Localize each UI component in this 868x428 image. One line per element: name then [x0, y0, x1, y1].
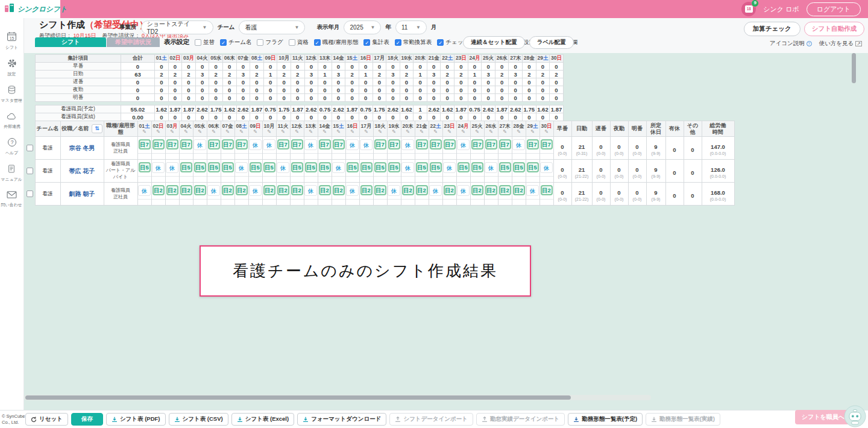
- save-button[interactable]: 保存: [71, 413, 103, 426]
- tab-request-status[interactable]: 希望申請状況: [107, 37, 160, 47]
- shift-cell[interactable]: 日5: [415, 160, 429, 183]
- checked-checkbox-icon[interactable]: ✓: [395, 39, 401, 46]
- staff-name-link[interactable]: 宗谷 冬男: [60, 137, 104, 160]
- shift-cell[interactable]: 日5: [373, 160, 387, 183]
- shift-cell[interactable]: 日5: [193, 160, 207, 183]
- chatbot-avatar[interactable]: [844, 405, 866, 427]
- shift-cell[interactable]: 日7: [332, 137, 345, 160]
- shift-cell[interactable]: 日7: [207, 137, 221, 160]
- shift-cell[interactable]: 日7: [429, 137, 442, 160]
- reset-button[interactable]: リセット: [25, 413, 68, 426]
- edit-pencil-icon[interactable]: ✎: [457, 129, 470, 134]
- edit-pencil-icon[interactable]: ✎: [485, 129, 498, 134]
- horizontal-scrollbar-track[interactable]: [24, 395, 651, 400]
- shift-cell[interactable]: 日7: [526, 137, 539, 160]
- shift-cell[interactable]: 休: [276, 160, 290, 183]
- shift-cell[interactable]: 日7: [539, 137, 553, 160]
- sidebar-item-shift[interactable]: 15シフト: [5, 31, 19, 51]
- auto-create-shift-button[interactable]: シフト自動作成: [804, 22, 864, 36]
- shift-cell[interactable]: 休: [359, 137, 373, 160]
- shift-cell[interactable]: 休: [262, 137, 276, 160]
- shift-cell[interactable]: 日5: [359, 160, 373, 183]
- shift-cell[interactable]: 日5: [456, 160, 470, 183]
- row-checkbox[interactable]: [27, 145, 33, 151]
- display-option-資格[interactable]: 資格: [289, 39, 309, 46]
- shift-cell[interactable]: 日2: [442, 183, 456, 206]
- shift-csv-button[interactable]: シフト表 (CSV): [169, 413, 228, 426]
- shift-import-button[interactable]: シフトデータインポート: [389, 413, 473, 426]
- shift-cell[interactable]: 日7: [221, 137, 234, 160]
- shift-cell[interactable]: 日7: [165, 137, 179, 160]
- display-option-常勤換算表[interactable]: ✓常勤換算表: [395, 39, 432, 46]
- shift-cell[interactable]: 日7: [318, 137, 332, 160]
- horizontal-scrollbar-thumb[interactable]: [25, 395, 571, 400]
- shift-cell[interactable]: 休: [304, 137, 318, 160]
- shift-excel-button[interactable]: シフト表 (Excel): [231, 413, 294, 426]
- shift-cell[interactable]: 休: [345, 183, 359, 206]
- workstyle-list-actual-button[interactable]: 勤務形態一覧表(実績): [646, 413, 720, 426]
- edit-pencil-icon[interactable]: ✎: [471, 129, 484, 134]
- sort-icon[interactable]: ⇅: [92, 124, 102, 133]
- tab-shift[interactable]: シフト: [35, 37, 106, 47]
- shift-cell[interactable]: 日5: [498, 160, 512, 183]
- robo-calendar-icon[interactable]: 18 9: [741, 2, 756, 16]
- shift-cell[interactable]: 日5: [526, 160, 539, 183]
- shift-cell[interactable]: 休: [165, 160, 179, 183]
- shift-cell[interactable]: 日5: [387, 160, 401, 183]
- display-option-チーム名[interactable]: ✓チーム名: [220, 39, 251, 46]
- shift-cell[interactable]: 日2: [179, 183, 193, 206]
- edit-pencil-icon[interactable]: ✎: [360, 129, 373, 134]
- label-place-button[interactable]: ラベル配置: [529, 36, 574, 49]
- shift-cell[interactable]: 休: [442, 160, 456, 183]
- shift-cell[interactable]: 休: [456, 183, 470, 206]
- display-option-並替[interactable]: 並替: [195, 39, 215, 46]
- edit-pencil-icon[interactable]: ✎: [318, 129, 332, 134]
- edit-pencil-icon[interactable]: ✎: [374, 129, 387, 134]
- edit-pencil-icon[interactable]: ✎: [388, 129, 401, 134]
- shift-cell[interactable]: 日5: [470, 160, 484, 183]
- edit-pencil-icon[interactable]: ✎: [277, 129, 290, 134]
- edit-pencil-icon[interactable]: ✎: [526, 129, 539, 134]
- edit-pencil-icon[interactable]: ✎: [263, 129, 276, 134]
- vertical-scrollbar-thumb[interactable]: [852, 53, 856, 83]
- unchecked-checkbox-icon[interactable]: [289, 39, 295, 46]
- display-option-職種/雇用形態[interactable]: ✓職種/雇用形態: [314, 39, 359, 46]
- shift-cell[interactable]: 日7: [498, 137, 512, 160]
- edit-pencil-icon[interactable]: ✎: [346, 129, 359, 134]
- shift-cell[interactable]: 日7: [290, 137, 304, 160]
- shift-cell[interactable]: 休: [151, 160, 165, 183]
- shift-cell[interactable]: 休: [207, 183, 221, 206]
- edit-pencil-icon[interactable]: ✎: [193, 129, 207, 134]
- edit-pencil-icon[interactable]: ✎: [540, 129, 553, 134]
- unchecked-checkbox-icon[interactable]: [195, 39, 201, 46]
- shift-cell[interactable]: 休: [304, 183, 318, 206]
- shift-cell[interactable]: 日7: [276, 137, 290, 160]
- shift-cell[interactable]: 日7: [137, 137, 151, 160]
- office-select[interactable]: ショートステイTD2▼: [141, 20, 213, 34]
- edit-pencil-icon[interactable]: ✎: [401, 129, 415, 134]
- shift-cell[interactable]: 日5: [137, 160, 151, 183]
- sidebar-item-manual[interactable]: マニュアル: [0, 164, 23, 183]
- workstyle-list-planned-button[interactable]: 勤務形態一覧表(予定): [568, 413, 643, 426]
- shift-cell[interactable]: 日2: [332, 183, 345, 206]
- shift-cell[interactable]: 日2: [318, 183, 332, 206]
- shift-cell[interactable]: 休: [387, 183, 401, 206]
- addition-check-button[interactable]: 加算チェック: [744, 22, 800, 36]
- shift-cell[interactable]: 休: [539, 160, 553, 183]
- checked-checkbox-icon[interactable]: ✓: [437, 39, 444, 46]
- shift-cell[interactable]: 休: [484, 160, 498, 183]
- month-select[interactable]: 11▼: [395, 20, 427, 34]
- shift-cell[interactable]: 日7: [151, 137, 165, 160]
- shift-cell[interactable]: 日2: [151, 183, 165, 206]
- edit-pencil-icon[interactable]: ✎: [291, 129, 304, 134]
- staff-name-link[interactable]: 釧路 朝子: [60, 183, 104, 206]
- shift-cell[interactable]: 日7: [470, 137, 484, 160]
- edit-pencil-icon[interactable]: ✎: [304, 129, 318, 134]
- shift-cell[interactable]: 日2: [276, 183, 290, 206]
- edit-pencil-icon[interactable]: ✎: [235, 129, 248, 134]
- shift-cell[interactable]: 日7: [442, 137, 456, 160]
- display-option-フラグ[interactable]: フラグ: [257, 39, 283, 46]
- shift-cell[interactable]: 日2: [193, 183, 207, 206]
- shift-cell[interactable]: 日2: [415, 183, 429, 206]
- shift-cell[interactable]: 休: [429, 183, 442, 206]
